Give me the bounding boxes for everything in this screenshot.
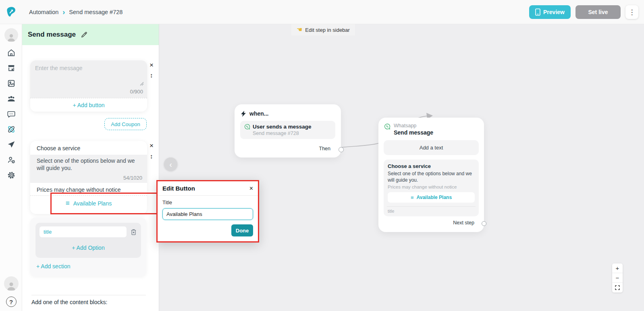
kebab-icon: ⋮ [629,8,636,16]
node-text-block[interactable]: Add a text [384,140,479,155]
zoom-controls: + − [612,263,623,292]
person-gear-icon [7,156,16,164]
then-connector-port[interactable] [339,147,344,152]
add-option-button[interactable]: + Add Option [39,245,137,251]
node-header: Whatsapp Send message [378,118,484,136]
trigger-node[interactable]: when... User sends a message Send messag… [235,104,341,158]
sidebar-item-home[interactable] [0,45,22,60]
node-title: Send message [394,129,433,136]
node-list-block[interactable]: Choose a service Select one of the optio… [384,160,479,216]
sections-block: + Add Option + Add section [30,218,146,276]
fit-view-button[interactable] [612,283,623,292]
close-icon[interactable]: × [150,62,154,68]
panel-header: Send message [22,24,159,45]
node-list-footer: Prices may change without notice [388,185,475,189]
content-blocks-hint: Add one of the content blocks: [31,299,107,305]
sidebar-item-agents[interactable] [0,152,22,168]
delete-section-icon[interactable] [130,228,137,236]
modal-body: Title Done [158,196,258,241]
resize-corner-icon[interactable] [140,82,144,86]
node-list-button-label: Available Plans [416,195,452,200]
help-button[interactable]: ? [6,296,17,307]
gear-icon [7,171,16,180]
chevron-right-icon: › [62,8,65,16]
help-icon: ? [9,299,13,305]
flow-canvas[interactable]: ☚ Edit step in sidebar ‹ when... User se… [159,24,644,311]
breadcrumb: Automation › Send message #728 [29,0,123,24]
char-counter: 54/1020 [123,175,142,181]
breadcrumb-automation[interactable]: Automation [29,9,58,15]
sidebar-item-store[interactable] [0,60,22,76]
list-menu-button[interactable]: ≡ Available Plans [30,195,147,211]
phone-icon [535,8,540,16]
hand-pointer-icon: ☚ [297,27,302,33]
collapse-panel-button[interactable]: ‹ [164,158,177,171]
workspace-avatar[interactable] [0,27,22,43]
edit-step-tooltip: ☚ Edit step in sidebar [291,24,355,35]
people-icon [6,94,16,104]
close-icon[interactable]: × [150,142,154,149]
store-icon [7,64,16,73]
char-counter: 0/900 [130,89,143,95]
modal-title: Edit Button [162,185,195,192]
edit-pencil-icon[interactable] [81,31,88,38]
list-footer-field[interactable]: Prices may change without notice [30,183,147,195]
close-icon[interactable]: × [249,185,253,192]
tooltip-label: Edit step in sidebar [305,27,350,33]
message-input[interactable] [30,60,147,81]
sidebar-item-broadcast[interactable] [0,137,22,152]
trigger-title: User sends a message [253,124,312,130]
sidebar-item-settings[interactable] [0,168,22,183]
chat-icon [7,110,16,118]
section-title-input[interactable] [39,226,127,237]
sidebar-item-automation[interactable] [0,122,22,137]
drag-resize-icon[interactable]: ↕ [150,72,153,79]
hamburger-icon: ≡ [411,195,414,200]
node-channel: Whatsapp [394,123,433,129]
app-logo[interactable] [5,6,18,19]
breadcrumb-current: Send message #728 [69,9,123,15]
home-icon [7,48,16,57]
user-avatar[interactable] [4,276,19,291]
image-icon [7,79,16,88]
then-label: Then [319,146,331,151]
add-button-action[interactable]: + Add button [30,98,147,112]
paper-plane-icon [7,140,16,149]
trigger-row[interactable]: User sends a message Send message #728 [240,121,335,139]
minus-icon: − [616,274,619,281]
divider [387,206,476,207]
node-list-button: ≡ Available Plans [388,192,475,203]
trigger-subtitle: Send message #728 [244,131,331,136]
next-step-label: Next step [453,220,474,226]
icon-rail: ? [0,24,22,311]
preview-button[interactable]: Preview [529,5,571,19]
drag-resize-icon[interactable]: ↕ [150,153,153,160]
list-body-input[interactable]: Select one of the options below and we w… [37,157,141,173]
title-field-label: Title [162,199,253,205]
node-list-title: Choose a service [388,163,475,169]
list-message-block: Choose a service Select one of the optio… [30,141,147,214]
preview-label: Preview [543,9,565,15]
trigger-node-header: when... [235,104,341,121]
whatsapp-icon [244,124,250,130]
add-coupon-button[interactable]: Add Coupon [104,118,147,130]
message-textarea-wrap: 0/900 [30,60,147,98]
add-section-button[interactable]: + Add section [35,263,141,270]
sidebar-item-chats[interactable] [0,106,22,122]
done-button[interactable]: Done [231,224,253,236]
when-label: when... [249,110,268,117]
sidebar-item-media[interactable] [0,76,22,91]
set-live-button[interactable]: Set live [575,5,621,19]
sidebar-item-audience[interactable] [0,91,22,106]
avatar-icon [6,280,17,291]
zoom-out-button[interactable]: − [612,273,623,283]
avatar-icon [4,28,18,42]
zoom-in-button[interactable]: + [612,263,623,273]
next-step-port[interactable] [482,221,486,226]
list-header-field[interactable]: Choose a service [30,141,147,155]
send-message-node[interactable]: Whatsapp Send message Add a text Choose … [378,118,484,232]
button-title-input[interactable] [162,208,253,220]
logo-icon [5,6,18,19]
automation-atom-icon [6,124,16,134]
more-menu-button[interactable]: ⋮ [625,5,638,19]
